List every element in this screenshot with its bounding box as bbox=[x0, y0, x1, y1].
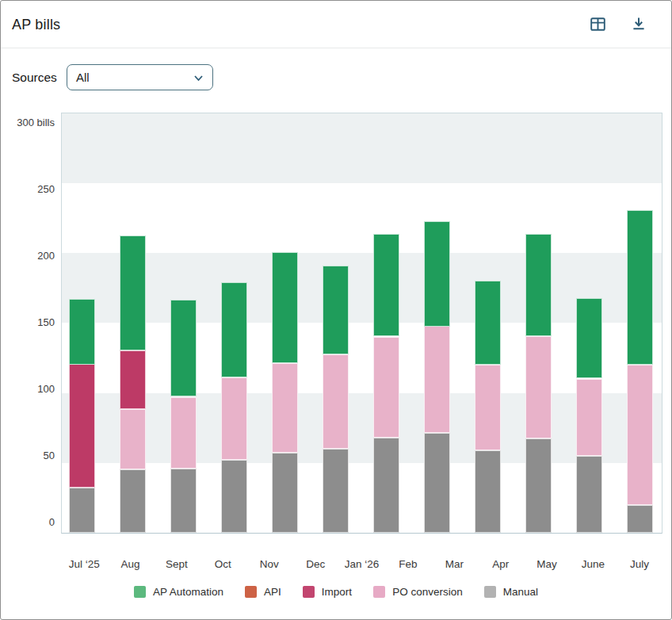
bar-segment-ap-automation[interactable] bbox=[323, 266, 349, 354]
legend-label: AP Automation bbox=[153, 586, 223, 598]
download-button[interactable] bbox=[630, 17, 647, 34]
legend-item-po-conversion[interactable]: PO conversion bbox=[373, 586, 463, 598]
bar-segment-po-conversion[interactable] bbox=[221, 377, 247, 460]
legend-item-manual[interactable]: Manual bbox=[484, 586, 538, 598]
x-axis-tick-label: Jan ‘26 bbox=[338, 542, 384, 570]
x-axis-tick-label: May bbox=[524, 542, 570, 570]
bar-segment-po-conversion[interactable] bbox=[475, 365, 501, 450]
download-icon bbox=[631, 16, 647, 34]
bar-segment-po-conversion[interactable] bbox=[424, 326, 450, 433]
chart-region: 300 bills250200150100500 Jul ‘25AugSeptO… bbox=[1, 105, 671, 620]
bar-segment-manual[interactable] bbox=[69, 488, 95, 533]
card-header: AP bills bbox=[1, 1, 671, 48]
plot-area bbox=[61, 113, 662, 534]
x-axis-tick-label: Apr bbox=[478, 542, 524, 570]
stacked-bar[interactable] bbox=[221, 281, 247, 533]
y-axis-tick-label: 100 bbox=[1, 382, 55, 396]
x-axis-labels: Jul ‘25AugSeptOctNovDecJan ‘26FebMarAprM… bbox=[61, 542, 662, 570]
bar-segment-manual[interactable] bbox=[170, 469, 197, 533]
legend-swatch-icon bbox=[245, 586, 257, 598]
ap-bills-card: AP bills bbox=[0, 0, 672, 620]
x-axis-tick-label: Sept bbox=[154, 542, 200, 570]
stacked-bar[interactable] bbox=[475, 280, 501, 533]
stacked-bar[interactable] bbox=[323, 266, 349, 533]
y-axis-tick-label: 150 bbox=[1, 316, 55, 330]
bar-segment-manual[interactable] bbox=[576, 456, 602, 533]
bar-segment-manual[interactable] bbox=[424, 433, 450, 533]
page-title: AP bills bbox=[12, 17, 60, 33]
x-axis-tick-label: Feb bbox=[385, 542, 431, 570]
bar-segment-ap-automation[interactable] bbox=[120, 235, 146, 350]
bar-segment-ap-automation[interactable] bbox=[373, 234, 399, 336]
bar-segment-manual[interactable] bbox=[475, 450, 501, 533]
stacked-bar[interactable] bbox=[272, 252, 298, 533]
bar-segment-po-conversion[interactable] bbox=[373, 337, 399, 438]
legend-label: Import bbox=[322, 586, 352, 598]
bar-segment-po-conversion[interactable] bbox=[170, 397, 197, 469]
legend-label: API bbox=[264, 586, 281, 598]
legend: AP AutomationAPIImportPO conversionManua… bbox=[1, 586, 671, 598]
bar-segment-ap-automation[interactable] bbox=[424, 221, 450, 327]
y-axis-tick-label: 200 bbox=[1, 249, 55, 263]
bar-segment-po-conversion[interactable] bbox=[272, 363, 298, 453]
stacked-bar[interactable] bbox=[576, 298, 602, 533]
legend-item-api[interactable]: API bbox=[245, 586, 281, 598]
x-axis-tick-label: June bbox=[570, 542, 616, 570]
bar-segment-import[interactable] bbox=[120, 350, 146, 409]
header-actions bbox=[589, 17, 659, 34]
bar-segment-import[interactable] bbox=[69, 364, 95, 488]
stacked-bar[interactable] bbox=[627, 210, 653, 533]
bar-segment-po-conversion[interactable] bbox=[323, 354, 349, 449]
stacked-bar[interactable] bbox=[373, 234, 399, 533]
bar-segment-manual[interactable] bbox=[373, 438, 399, 533]
legend-label: Manual bbox=[503, 586, 538, 598]
legend-label: PO conversion bbox=[392, 586, 463, 598]
chevron-down-icon bbox=[193, 72, 204, 87]
stacked-bar[interactable] bbox=[69, 298, 95, 533]
legend-item-ap-automation[interactable]: AP Automation bbox=[134, 586, 223, 598]
table-view-icon bbox=[590, 16, 606, 35]
bar-segment-ap-automation[interactable] bbox=[69, 299, 95, 365]
sources-label: Sources bbox=[12, 71, 57, 85]
y-axis-tick-label: 250 bbox=[1, 182, 55, 197]
bar-segment-ap-automation[interactable] bbox=[170, 300, 197, 396]
sources-dropdown[interactable]: All bbox=[67, 64, 213, 90]
x-axis-tick-label: Mar bbox=[431, 542, 477, 570]
bar-segment-po-conversion[interactable] bbox=[525, 336, 552, 438]
x-axis-tick-label: July bbox=[617, 542, 662, 570]
bar-segment-manual[interactable] bbox=[272, 453, 298, 533]
sources-dropdown-value: All bbox=[76, 71, 90, 84]
x-axis-tick-label: Nov bbox=[246, 542, 292, 570]
bar-segment-manual[interactable] bbox=[323, 449, 349, 533]
bar-segment-manual[interactable] bbox=[221, 460, 247, 533]
x-axis-tick-label: Jul ‘25 bbox=[61, 542, 107, 570]
y-axis-tick-label: 50 bbox=[1, 449, 55, 463]
bar-segment-ap-automation[interactable] bbox=[576, 298, 602, 378]
bar-segment-po-conversion[interactable] bbox=[576, 379, 602, 456]
x-axis-tick-label: Dec bbox=[292, 542, 338, 570]
legend-swatch-icon bbox=[134, 586, 146, 598]
legend-item-import[interactable]: Import bbox=[303, 586, 352, 598]
bar-segment-ap-automation[interactable] bbox=[221, 282, 247, 377]
legend-swatch-icon bbox=[373, 586, 385, 598]
stacked-bar[interactable] bbox=[424, 221, 450, 533]
y-axis-tick-label: 300 bills bbox=[1, 116, 55, 130]
controls-row: Sources All bbox=[1, 48, 671, 98]
stacked-bar[interactable] bbox=[525, 234, 552, 533]
bar-segment-manual[interactable] bbox=[525, 438, 552, 533]
y-axis-tick-label: 0 bbox=[1, 515, 55, 530]
bar-segment-ap-automation[interactable] bbox=[272, 252, 298, 363]
legend-swatch-icon bbox=[303, 586, 315, 598]
bar-segment-manual[interactable] bbox=[120, 469, 146, 533]
stacked-bar[interactable] bbox=[170, 300, 197, 533]
stacked-bar[interactable] bbox=[120, 235, 146, 533]
x-axis-tick-label: Aug bbox=[107, 542, 153, 570]
bar-segment-po-conversion[interactable] bbox=[627, 365, 653, 505]
bar-segment-manual[interactable] bbox=[627, 505, 653, 533]
bar-segment-ap-automation[interactable] bbox=[525, 234, 552, 336]
bar-segment-ap-automation[interactable] bbox=[475, 281, 501, 365]
bar-segment-ap-automation[interactable] bbox=[627, 210, 653, 365]
bar-segment-po-conversion[interactable] bbox=[120, 409, 146, 469]
table-view-button[interactable] bbox=[589, 17, 606, 34]
y-axis-labels: 300 bills250200150100500 bbox=[1, 113, 55, 534]
